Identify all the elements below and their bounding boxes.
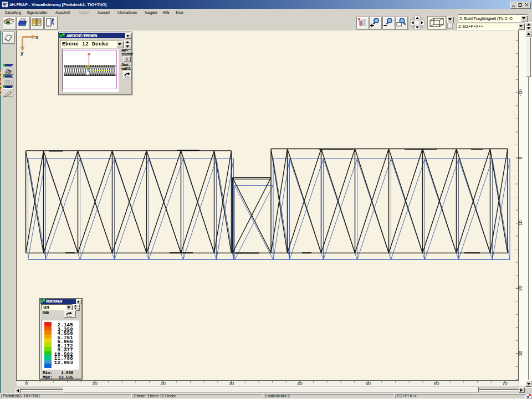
- svg-text:40: 40: [297, 381, 303, 386]
- svg-text:x: x: [35, 35, 39, 40]
- svg-text:70: 70: [502, 381, 508, 386]
- svg-text:30: 30: [518, 351, 523, 356]
- svg-text:0: 0: [25, 381, 28, 386]
- svg-text:10: 10: [92, 381, 98, 386]
- svg-text:-10: -10: [518, 89, 523, 96]
- svg-text:60: 60: [434, 381, 439, 386]
- svg-text:20: 20: [160, 381, 166, 386]
- svg-text:10: 10: [518, 221, 523, 226]
- svg-text:0: 0: [518, 156, 523, 159]
- svg-text:20: 20: [518, 285, 523, 291]
- svg-text:y: y: [21, 51, 24, 57]
- svg-text:50: 50: [366, 381, 371, 386]
- svg-text:30: 30: [229, 381, 234, 386]
